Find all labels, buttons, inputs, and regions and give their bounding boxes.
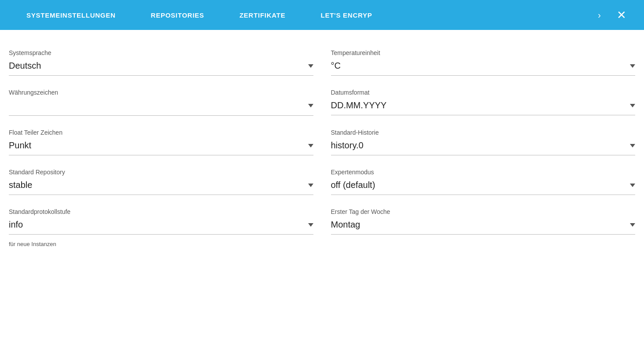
value-expertenmodus: off (default) <box>331 180 375 190</box>
tab-zertifikate[interactable]: ZERTIFIKATE <box>222 0 303 30</box>
value-standard-historie: history.0 <box>331 140 364 151</box>
label-standard-repository: Standard Repository <box>9 169 313 176</box>
more-icon[interactable]: › <box>591 0 608 30</box>
value-standard-repository: stable <box>9 180 32 190</box>
field-temperatureinheit: Temperatureinheit °C <box>331 40 636 80</box>
field-expertenmodus: Expertenmodus off (default) <box>331 160 636 199</box>
chevron-down-icon <box>308 144 313 147</box>
select-standard-historie[interactable]: history.0 <box>331 140 636 155</box>
select-systemsprache[interactable]: Deutsch <box>9 60 313 76</box>
chevron-down-icon <box>308 104 313 107</box>
select-waehrungszeichen[interactable] <box>9 99 313 116</box>
label-systemsprache: Systemsprache <box>9 49 313 56</box>
field-waehrungszeichen: Währungszeichen <box>9 80 313 120</box>
chevron-down-icon <box>630 64 635 68</box>
label-datumsformat: Datumsformat <box>331 89 636 96</box>
label-temperatureinheit: Temperatureinheit <box>331 49 636 56</box>
chevron-down-icon <box>630 223 635 227</box>
field-datumsformat: Datumsformat DD.MM.YYYY <box>331 80 636 120</box>
close-icon[interactable]: ✕ <box>608 0 635 30</box>
select-standard-repository[interactable]: stable <box>9 179 313 195</box>
field-standardprotokollstufe: Standardprotokollstufe info <box>9 199 313 239</box>
label-expertenmodus: Expertenmodus <box>331 169 636 176</box>
select-erster-tag-der-woche[interactable]: Montag <box>331 219 636 235</box>
tab-systemeinstellungen[interactable]: SYSTEMEINSTELLUNGEN <box>9 0 133 30</box>
footer-note: für neue Instanzen <box>9 239 313 247</box>
chevron-down-icon <box>308 64 313 68</box>
field-erster-tag-der-woche: Erster Tag der Woche Montag <box>331 199 636 239</box>
field-float-teiler-zeichen: Float Teiler Zeichen Punkt <box>9 120 313 160</box>
settings-content: Systemsprache Deutsch Temperatureinheit … <box>0 30 644 256</box>
value-float-teiler-zeichen: Punkt <box>9 140 31 151</box>
chevron-down-icon <box>630 184 635 187</box>
value-erster-tag-der-woche: Montag <box>331 220 361 230</box>
chevron-down-icon <box>630 144 635 147</box>
tab-repositories[interactable]: REPOSITORIES <box>133 0 222 30</box>
select-float-teiler-zeichen[interactable]: Punkt <box>9 140 313 155</box>
label-erster-tag-der-woche: Erster Tag der Woche <box>331 208 636 215</box>
chevron-down-icon <box>630 104 635 107</box>
field-systemsprache: Systemsprache Deutsch <box>9 40 313 80</box>
value-systemsprache: Deutsch <box>9 61 41 71</box>
label-standard-historie: Standard-Historie <box>331 129 636 136</box>
label-standardprotokollstufe: Standardprotokollstufe <box>9 208 313 215</box>
select-temperatureinheit[interactable]: °C <box>331 60 636 76</box>
value-datumsformat: DD.MM.YYYY <box>331 100 387 110</box>
label-waehrungszeichen: Währungszeichen <box>9 89 313 96</box>
value-temperatureinheit: °C <box>331 61 341 71</box>
select-expertenmodus[interactable]: off (default) <box>331 179 636 195</box>
select-datumsformat[interactable]: DD.MM.YYYY <box>331 99 636 115</box>
field-standard-repository: Standard Repository stable <box>9 160 313 199</box>
label-float-teiler-zeichen: Float Teiler Zeichen <box>9 129 313 136</box>
chevron-down-icon <box>308 184 313 187</box>
field-standard-historie: Standard-Historie history.0 <box>331 120 636 160</box>
main-header: SYSTEMEINSTELLUNGEN REPOSITORIES ZERTIFI… <box>0 0 644 30</box>
chevron-down-icon <box>308 223 313 227</box>
value-standardprotokollstufe: info <box>9 220 23 230</box>
tab-lets-encrypt[interactable]: LET'S ENCRYP <box>303 0 390 30</box>
select-standardprotokollstufe[interactable]: info <box>9 219 313 235</box>
